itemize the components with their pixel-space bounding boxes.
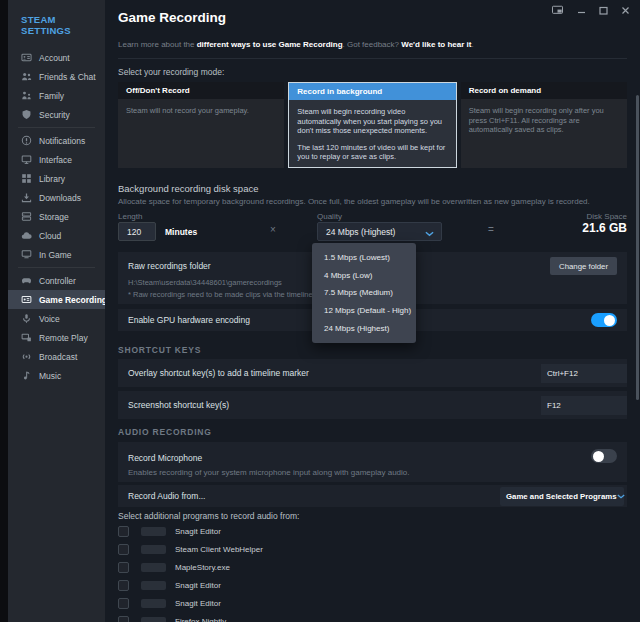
gpu-encoding-toggle[interactable] (591, 313, 617, 327)
length-input[interactable]: 120 (118, 222, 156, 241)
learn-more-prefix: Learn more about the (118, 40, 197, 49)
sidebar-divider (18, 267, 95, 268)
audio-level-meter (141, 563, 166, 572)
screenshot-shortcut-input[interactable]: F12 (541, 396, 627, 415)
sidebar-item-notifications[interactable]: Notifications (8, 131, 105, 150)
notification-icon (21, 135, 32, 146)
mode-card-background[interactable]: Record in background Steam will begin re… (288, 82, 456, 168)
quality-option-highest[interactable]: 24 Mbps (Highest) (312, 319, 416, 337)
audio-recording-section-header: AUDIO RECORDING (118, 427, 627, 437)
program-name: Firefox Nightly (175, 617, 226, 622)
cloud-icon (21, 230, 32, 241)
toggle-knob (593, 451, 604, 462)
sidebar-item-friends-chat[interactable]: Friends & Chat (8, 67, 105, 86)
sidebar-item-label: Music (39, 371, 61, 381)
gamepad-icon (21, 275, 32, 286)
sidebar-item-label: Broadcast (39, 352, 77, 362)
mode-card-title: Off/Don't Record (118, 82, 284, 99)
close-icon[interactable] (621, 6, 630, 15)
sidebar-item-label: Downloads (39, 193, 81, 203)
grid-icon (21, 173, 32, 184)
program-row: Snagit Editor (118, 522, 627, 540)
recording-mode-cards: Off/Don't Record Steam will not record y… (118, 82, 627, 168)
settings-content: Game Recording Learn more about the diff… (105, 0, 640, 622)
sidebar-item-music[interactable]: Music (8, 366, 105, 385)
disk-space-controls: Length 120 Minutes × Quality 24 Mbps (Hi… (118, 212, 627, 242)
mode-card-on-demand[interactable]: Record on demand Steam will begin record… (461, 82, 627, 168)
sidebar-title: STEAM SETTINGS (8, 14, 105, 36)
toggle-knob (604, 315, 615, 326)
feedback-link[interactable]: We'd like to hear it (401, 40, 471, 49)
quality-select[interactable]: 24 Mbps (Highest) (317, 222, 442, 241)
quality-option-lowest[interactable]: 1.5 Mbps (Lowest) (312, 249, 416, 267)
sidebar-item-controller[interactable]: Controller (8, 271, 105, 290)
sidebar-item-label: Cloud (39, 231, 61, 241)
sidebar-item-downloads[interactable]: Downloads (8, 188, 105, 207)
program-checkbox[interactable] (118, 544, 129, 555)
learn-more-link[interactable]: different ways to use Game Recording (197, 40, 343, 49)
sidebar-item-label: Security (39, 110, 70, 120)
sidebar-item-storage[interactable]: Storage (8, 207, 105, 226)
sidebar-item-family[interactable]: Family (8, 86, 105, 105)
sidebar-item-remote-play[interactable]: Remote Play (8, 328, 105, 347)
shortcut-keys-section-header: SHORTCUT KEYS (118, 345, 627, 355)
sidebar-item-in-game[interactable]: In Game (8, 245, 105, 264)
sidebar-item-broadcast[interactable]: Broadcast (8, 347, 105, 366)
raw-recordings-label: Raw recordings folder (128, 261, 211, 271)
record-microphone-toggle[interactable] (591, 449, 617, 463)
maximize-icon[interactable] (599, 6, 608, 15)
sidebar-item-label: Remote Play (39, 333, 88, 343)
quality-option-high[interactable]: 12 Mbps (Default - High) (312, 302, 416, 320)
equals-symbol: = (488, 224, 494, 235)
settings-sidebar: STEAM SETTINGS Account Friends & Chat Fa… (8, 0, 105, 622)
overlay-shortcut-input[interactable]: Ctrl+F12 (541, 364, 627, 383)
broadcast-icon (21, 351, 32, 362)
record-audio-from-value: Game and Selected Programs (506, 492, 617, 501)
program-checkbox[interactable] (118, 526, 129, 537)
program-row: Snagit Editor (118, 594, 627, 612)
disk-space-label: Disk Space (587, 212, 627, 221)
sidebar-item-security[interactable]: Security (8, 105, 105, 124)
program-list: Snagit Editor Steam Client WebHelper Map… (118, 522, 627, 622)
sidebar-item-interface[interactable]: Interface (8, 150, 105, 169)
scrollbar-thumb[interactable] (636, 95, 639, 400)
record-audio-from-select[interactable]: Game and Selected Programs (500, 487, 624, 506)
program-checkbox[interactable] (118, 580, 129, 591)
program-row: Snagit Editor (118, 576, 627, 594)
sidebar-item-label: Library (39, 174, 65, 184)
recording-mode-label: Select your recording mode: (118, 67, 627, 77)
change-folder-button[interactable]: Change folder (550, 257, 617, 275)
multiply-symbol: × (270, 224, 276, 235)
sidebar-item-cloud[interactable]: Cloud (8, 226, 105, 245)
sidebar-item-label: Family (39, 91, 64, 101)
minimize-icon[interactable] (577, 6, 586, 15)
mode-card-text: Steam will not record your gameplay. (126, 106, 276, 116)
download-icon (21, 192, 32, 203)
pip-mode-icon[interactable] (551, 5, 564, 15)
sidebar-nav: Account Friends & Chat Family Security N… (8, 48, 105, 385)
sidebar-item-account[interactable]: Account (8, 48, 105, 67)
quality-option-low[interactable]: 4 Mbps (Low) (312, 267, 416, 285)
mode-card-text: Steam will begin recording only after yo… (469, 106, 619, 135)
sidebar-item-library[interactable]: Library (8, 169, 105, 188)
quality-dropdown-menu: 1.5 Mbps (Lowest) 4 Mbps (Low) 7.5 Mbps … (312, 243, 416, 343)
quality-option-medium[interactable]: 7.5 Mbps (Medium) (312, 284, 416, 302)
learn-more-mid: . Got feedback? (343, 40, 402, 49)
mode-card-text: The last 120 minutes of video will be ke… (297, 143, 447, 162)
program-checkbox[interactable] (118, 562, 129, 573)
program-checkbox[interactable] (118, 616, 129, 622)
quality-label: Quality (317, 212, 342, 221)
audio-level-meter (141, 599, 166, 608)
program-checkbox[interactable] (118, 598, 129, 609)
audio-level-meter (141, 545, 166, 554)
sidebar-item-voice[interactable]: Voice (8, 309, 105, 328)
sidebar-item-game-recording[interactable]: Game Recording (8, 290, 105, 309)
chevron-down-icon (617, 492, 625, 501)
sidebar-divider (18, 127, 95, 128)
mode-card-off[interactable]: Off/Don't Record Steam will not record y… (118, 82, 284, 168)
audio-level-meter (141, 617, 166, 622)
audio-level-meter (141, 527, 166, 536)
program-row: MapleStory.exe (118, 558, 627, 576)
program-name: Snagit Editor (175, 599, 221, 608)
sidebar-item-label: Account (39, 53, 70, 63)
